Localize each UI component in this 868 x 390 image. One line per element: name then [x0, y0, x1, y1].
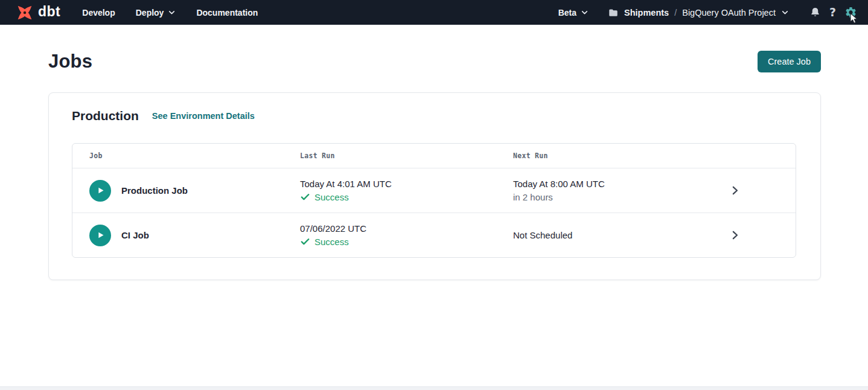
settings-button[interactable]: [844, 6, 857, 19]
next-run-time: Today At 8:00 AM UTC: [513, 179, 718, 189]
nav-item-deploy[interactable]: Deploy: [136, 8, 176, 18]
chevron-right-icon: [729, 229, 741, 241]
page-header: Jobs Create Job: [48, 51, 821, 72]
nav-item-documentation[interactable]: Documentation: [196, 8, 258, 18]
column-header-actions: [718, 144, 796, 168]
column-header-next-run: Next Run: [513, 144, 718, 168]
last-run-cell: 07/06/2022 UTC Success: [300, 213, 513, 257]
project-name: BigQuery OAuth Project: [682, 8, 776, 18]
play-icon: [96, 231, 105, 240]
chevron-down-icon: [168, 8, 176, 16]
gear-icon: [844, 6, 857, 19]
column-header-job: Job: [72, 144, 300, 168]
play-icon: [96, 186, 105, 195]
job-cell: Production Job: [72, 168, 300, 213]
next-run-cell: Today At 8:00 AM UTC in 2 hours: [513, 168, 718, 213]
beta-menu[interactable]: Beta: [558, 8, 589, 18]
environment-card: Production See Environment Details Job L…: [48, 92, 821, 280]
last-run-time: 07/06/2022 UTC: [300, 223, 513, 234]
table-row-ci-job[interactable]: CI Job 07/06/2022 UTC Success Not Schedu…: [72, 213, 796, 257]
dbt-logo-text: dbt: [38, 5, 60, 21]
job-name: Production Job: [121, 185, 188, 196]
next-run-time: Not Scheduled: [513, 230, 718, 240]
run-job-button[interactable]: [89, 225, 111, 246]
dbt-logo[interactable]: dbt: [14, 2, 60, 23]
status-text: Success: [314, 237, 349, 247]
account-name: Shipments: [624, 8, 669, 18]
chevron-down-icon: [581, 8, 589, 16]
primary-nav: Develop Deploy Documentation: [82, 8, 258, 18]
next-run-cell: Not Scheduled: [513, 213, 718, 257]
nav-item-develop-label: Develop: [82, 8, 115, 18]
jobs-page: Jobs Create Job Production See Environme…: [0, 25, 868, 280]
create-job-button[interactable]: Create Job: [758, 51, 821, 72]
column-header-last-run: Last Run: [300, 144, 513, 168]
help-button[interactable]: ?: [829, 7, 836, 18]
last-run-cell: Today At 4:01 AM UTC Success: [300, 168, 513, 213]
run-job-button[interactable]: [89, 180, 111, 202]
jobs-table-header: Job Last Run Next Run: [72, 144, 796, 168]
check-icon: [300, 237, 310, 247]
top-navbar: dbt Develop Deploy Documentation Beta: [0, 0, 868, 25]
job-name: CI Job: [121, 230, 149, 240]
page-title: Jobs: [48, 51, 92, 72]
project-breadcrumb[interactable]: Shipments / BigQuery OAuth Project: [608, 7, 789, 18]
question-mark-icon: ?: [829, 7, 836, 18]
last-run-status: Success: [300, 192, 513, 202]
breadcrumb-separator: /: [674, 8, 677, 18]
folder-icon: [608, 7, 619, 18]
notifications-button[interactable]: [809, 7, 821, 18]
bell-icon: [809, 7, 821, 18]
see-environment-details-link[interactable]: See Environment Details: [152, 111, 255, 121]
beta-label: Beta: [558, 8, 576, 18]
status-text: Success: [314, 192, 349, 202]
last-run-status: Success: [300, 237, 513, 247]
environment-card-header: Production See Environment Details: [72, 109, 796, 123]
nav-item-documentation-label: Documentation: [196, 8, 258, 18]
job-details-button[interactable]: [718, 213, 796, 257]
chevron-right-icon: [729, 184, 741, 197]
jobs-table: Job Last Run Next Run Production Job Tod…: [72, 143, 796, 258]
dbt-pinwheel-icon: [14, 2, 35, 23]
nav-item-deploy-label: Deploy: [136, 8, 164, 18]
chevron-down-icon: [781, 8, 789, 16]
navbar-right-group: Beta Shipments / BigQuery OAuth Project: [558, 6, 857, 19]
job-cell: CI Job: [72, 213, 300, 257]
check-icon: [300, 192, 310, 202]
bottom-strip: [0, 386, 868, 390]
next-run-relative: in 2 hours: [513, 192, 718, 202]
job-details-button[interactable]: [718, 168, 796, 213]
environment-title: Production: [72, 109, 139, 123]
last-run-time: Today At 4:01 AM UTC: [300, 179, 513, 189]
table-row-production-job[interactable]: Production Job Today At 4:01 AM UTC Succ…: [72, 168, 796, 213]
nav-item-develop[interactable]: Develop: [82, 8, 115, 18]
